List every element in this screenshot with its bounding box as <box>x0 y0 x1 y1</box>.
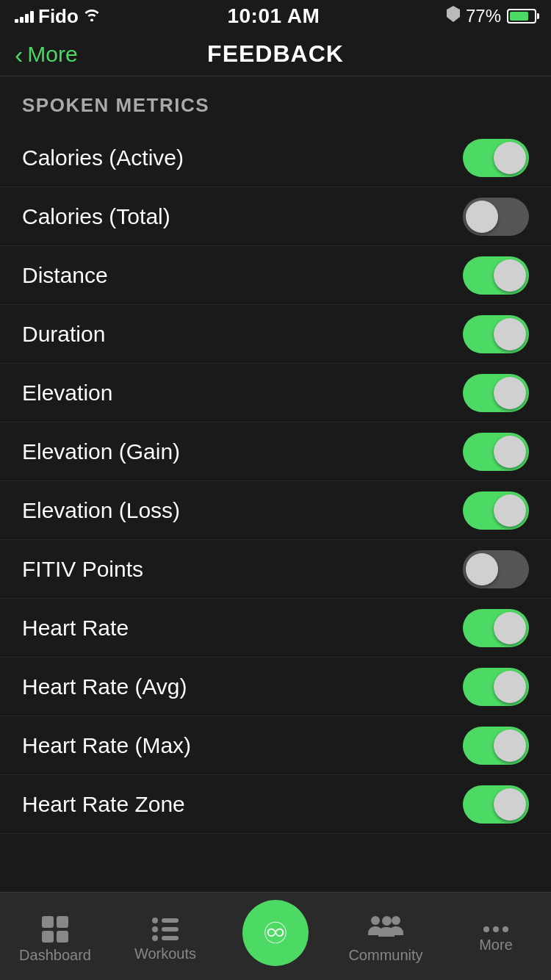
more-icon <box>483 926 508 932</box>
toggle-knob <box>466 201 498 233</box>
settings-row-label: Heart Rate Zone <box>22 792 185 817</box>
toggle-knob <box>466 553 498 586</box>
toggle-knob <box>494 318 526 350</box>
toggle-elevation--gain-[interactable] <box>463 433 529 471</box>
settings-row-label: Heart Rate (Max) <box>22 733 191 758</box>
status-bar: Fido 10:01 AM 77% <box>0 0 551 32</box>
back-label: More <box>27 42 77 67</box>
settings-row-label: Elevation <box>22 381 112 406</box>
settings-row: Elevation (Gain) <box>0 422 551 481</box>
toggle-calories--total-[interactable] <box>463 198 529 236</box>
settings-row-label: Elevation (Gain) <box>22 439 180 464</box>
toggle-heart-rate--max-[interactable] <box>463 727 529 765</box>
toggle-fitiv-points[interactable] <box>463 550 529 588</box>
tab-workouts[interactable]: Workouts <box>110 910 220 962</box>
settings-row-label: Elevation (Loss) <box>22 498 180 523</box>
toggle-distance[interactable] <box>463 256 529 295</box>
settings-row: Duration <box>0 305 551 364</box>
tab-dashboard-label: Dashboard <box>19 947 91 964</box>
page-title: FEEDBACK <box>207 40 344 68</box>
status-left: Fido <box>15 5 101 28</box>
location-icon <box>447 6 460 26</box>
tab-workouts-label: Workouts <box>134 945 196 962</box>
settings-row-label: FITIV Points <box>22 557 143 582</box>
main-content: SPOKEN METRICS Calories (Active)Calories… <box>0 76 551 922</box>
tab-bar: Dashboard Workouts ♾ <box>0 892 551 980</box>
battery-percent: 77% <box>466 6 501 26</box>
settings-row-label: Calories (Active) <box>22 145 184 170</box>
tab-more[interactable]: More <box>441 919 551 954</box>
settings-row-label: Duration <box>22 322 105 347</box>
workouts-icon <box>152 918 179 941</box>
settings-row: Elevation (Loss) <box>0 481 551 540</box>
settings-row-label: Heart Rate (Avg) <box>22 674 187 699</box>
settings-row: Heart Rate (Max) <box>0 716 551 775</box>
carrier-label: Fido <box>38 5 79 28</box>
status-right: 77% <box>447 6 536 26</box>
toggle-knob <box>494 494 526 527</box>
settings-row: FITIV Points <box>0 540 551 599</box>
toggle-knob <box>494 377 526 409</box>
section-header-spoken-metrics: SPOKEN METRICS <box>0 76 551 129</box>
tab-more-label: More <box>479 937 513 954</box>
fab-button[interactable]: ♾ <box>242 900 309 966</box>
tab-dashboard[interactable]: Dashboard <box>0 909 110 964</box>
settings-row: Heart Rate <box>0 599 551 657</box>
settings-row-label: Distance <box>22 263 108 288</box>
settings-row: Calories (Active) <box>0 129 551 187</box>
settings-row: Elevation <box>0 364 551 422</box>
toggle-knob <box>494 729 526 762</box>
tab-community[interactable]: Community <box>331 909 441 964</box>
toggle-elevation[interactable] <box>463 374 529 412</box>
toggle-heart-rate-zone[interactable] <box>463 785 529 824</box>
toggle-duration[interactable] <box>463 315 529 353</box>
settings-row: Distance <box>0 246 551 305</box>
dashboard-icon <box>42 916 68 943</box>
settings-row-label: Calories (Total) <box>22 204 170 229</box>
nav-header: ‹ More FEEDBACK <box>0 32 551 76</box>
accessibility-icon: ♾ <box>262 916 289 950</box>
settings-list: Calories (Active)Calories (Total)Distanc… <box>0 129 551 834</box>
battery-icon <box>507 9 536 24</box>
signal-icon <box>15 10 34 23</box>
toggle-knob <box>494 259 526 292</box>
toggle-knob <box>494 142 526 174</box>
toggle-calories--active-[interactable] <box>463 139 529 177</box>
toggle-knob <box>494 436 526 468</box>
settings-row-label: Heart Rate <box>22 616 129 641</box>
tab-community-label: Community <box>348 947 422 964</box>
toggle-knob <box>494 671 526 703</box>
toggle-heart-rate[interactable] <box>463 609 529 647</box>
settings-row: Calories (Total) <box>0 187 551 246</box>
toggle-knob <box>494 788 526 821</box>
toggle-heart-rate--avg-[interactable] <box>463 668 529 706</box>
status-time: 10:01 AM <box>227 4 320 28</box>
tab-fab-container: ♾ <box>220 900 331 973</box>
community-icon <box>368 916 403 943</box>
back-chevron-icon: ‹ <box>15 42 23 67</box>
toggle-elevation--loss-[interactable] <box>463 491 529 530</box>
settings-row: Heart Rate Zone <box>0 775 551 834</box>
toggle-knob <box>494 612 526 644</box>
settings-row: Heart Rate (Avg) <box>0 657 551 716</box>
wifi-icon <box>83 7 101 26</box>
back-button[interactable]: ‹ More <box>15 42 78 67</box>
